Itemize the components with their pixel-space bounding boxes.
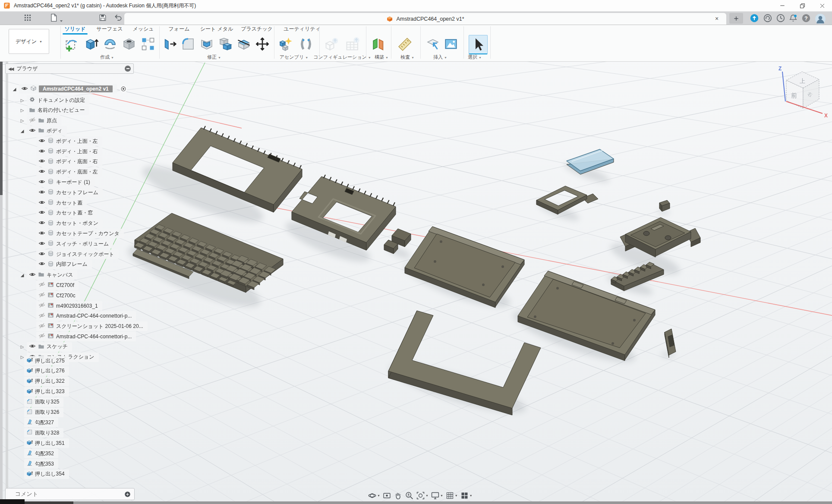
create-sketch-button[interactable] — [63, 35, 81, 53]
fillet-button[interactable] — [179, 35, 197, 53]
visibility-eye-icon[interactable] — [38, 240, 45, 248]
visibility-eye-icon[interactable] — [38, 209, 45, 217]
ribbon-tab-6[interactable]: ユーティリティ — [281, 25, 323, 33]
tree-item-label[interactable]: m49029316603_1 — [56, 303, 98, 309]
feature-row[interactable]: 押し出し323 — [24, 387, 69, 396]
feature-label[interactable]: 面取り325 — [35, 398, 59, 406]
browser-row[interactable]: ジョイスティックポート — [36, 250, 119, 258]
feature-row[interactable]: 押し出し322 — [24, 377, 69, 386]
feature-row[interactable]: 勾配327 — [24, 418, 58, 427]
feature-row[interactable]: 勾配352 — [24, 449, 58, 458]
tree-item-label[interactable]: ボディ・底面・右 — [56, 158, 98, 165]
measure-button[interactable] — [396, 35, 414, 53]
feature-row[interactable]: 面取り325 — [24, 398, 63, 406]
viewport-3d[interactable]: 上 前 右 Z X — [0, 0, 832, 504]
visibility-eye-icon[interactable] — [29, 117, 36, 125]
browser-row[interactable]: m49029316603_1 — [36, 302, 102, 310]
browser-row[interactable]: カセット・ボタン — [36, 219, 103, 228]
visibility-eye-icon[interactable] — [38, 168, 45, 176]
tree-item-label[interactable]: カセット蓋・窓 — [56, 209, 93, 217]
timeline-scrollbar-thumb[interactable] — [0, 499, 25, 504]
visibility-eye-icon[interactable] — [38, 148, 45, 156]
visibility-eye-icon[interactable] — [38, 291, 45, 299]
notifications-icon[interactable] — [788, 13, 798, 23]
browser-row[interactable]: スイッチ・ボリューム — [36, 239, 113, 248]
visibility-eye-icon[interactable] — [38, 230, 45, 238]
tree-item-label[interactable]: Cf2700f — [56, 282, 74, 288]
expand-triangle-icon[interactable]: ▷ — [19, 344, 25, 349]
visibility-eye-icon[interactable] — [38, 312, 45, 320]
feature-row[interactable]: 勾配353 — [24, 460, 58, 468]
viewcube-face-top[interactable]: 上 — [800, 78, 805, 84]
feature-label[interactable]: 面取り328 — [35, 429, 59, 437]
feature-row[interactable]: 押し出し275 — [24, 356, 69, 365]
visibility-eye-icon[interactable] — [21, 85, 28, 93]
ribbon-tab-3[interactable]: フォーム — [158, 25, 200, 33]
feature-label[interactable]: 押し出し275 — [35, 357, 65, 365]
tree-item-label[interactable]: ボディ — [47, 127, 63, 135]
add-comment-icon[interactable] — [124, 491, 131, 498]
insert-derive-button[interactable] — [424, 35, 442, 53]
tree-item-label[interactable]: Amstrad-CPC-464-connettori-p... — [56, 334, 132, 340]
feature-label[interactable]: 面取り326 — [35, 409, 59, 416]
ribbon-group-7[interactable]: 選択 ▼ — [444, 54, 505, 60]
help-icon[interactable]: ? — [801, 13, 811, 23]
launch-icon[interactable] — [763, 13, 772, 23]
zoom-tool[interactable] — [405, 491, 414, 500]
configuration-button[interactable] — [323, 35, 341, 53]
browser-row[interactable]: ボディ・底面・左 — [36, 168, 102, 176]
display-settings-tool[interactable]: ▼ — [431, 491, 443, 500]
tree-item-label[interactable]: キーボード (1) — [56, 179, 90, 186]
job-status-icon[interactable] — [776, 13, 785, 23]
ribbon-tab-4[interactable]: シート メタル — [196, 25, 237, 33]
tree-item-label[interactable]: カセットフレーム — [56, 189, 98, 196]
visibility-eye-icon[interactable] — [38, 189, 45, 197]
split-button[interactable] — [235, 35, 253, 53]
feature-label[interactable]: 押し出し351 — [35, 440, 65, 447]
file-new-dropdown-icon[interactable] — [60, 17, 63, 20]
new-tab-button[interactable] — [729, 13, 743, 24]
feature-row[interactable]: 押し出し276 — [24, 367, 69, 375]
document-tab[interactable]: AmstradCPC464_open2 v1* × — [124, 13, 726, 25]
visibility-eye-icon[interactable] — [38, 260, 45, 268]
feature-row[interactable]: 面取り326 — [24, 408, 63, 417]
visibility-eye-icon[interactable] — [38, 332, 45, 340]
browser-row[interactable]: ▷ドキュメントの設定 — [19, 96, 89, 104]
browser-row[interactable]: ◢ボディ — [19, 126, 67, 135]
hole-button[interactable] — [120, 35, 138, 53]
visibility-eye-icon[interactable] — [38, 302, 45, 310]
restore-button[interactable] — [792, 0, 812, 11]
workspace-selector[interactable]: デザイン ▼ — [9, 29, 49, 54]
tree-item-label[interactable]: スイッチ・ボリューム — [56, 240, 109, 248]
browser-minimize-icon[interactable] — [125, 66, 131, 72]
visibility-eye-icon[interactable] — [38, 250, 45, 258]
tree-item-label[interactable]: カセット・ボタン — [56, 220, 98, 227]
browser-row[interactable]: ▷原点 — [19, 117, 61, 125]
tree-item-label[interactable]: ボディ・底面・左 — [56, 168, 98, 176]
grid-settings-tool[interactable]: ▼ — [445, 491, 458, 500]
browser-row[interactable]: Amstrad-CPC-464-connettori-p... — [36, 332, 136, 341]
fit-tool[interactable]: ▼ — [416, 491, 429, 500]
tree-item-label[interactable]: 内部フレーム — [56, 261, 88, 268]
feature-label[interactable]: 押し出し354 — [35, 470, 65, 478]
visibility-eye-icon[interactable] — [38, 219, 45, 227]
pattern-button[interactable] — [139, 35, 157, 53]
tree-item-label[interactable]: カセット蓋 — [56, 199, 82, 207]
browser-header[interactable]: ◀◀ ブラウザ — [5, 63, 134, 74]
browser-row[interactable]: キーボード (1) — [36, 178, 95, 186]
save-button[interactable] — [98, 13, 107, 22]
visibility-eye-icon[interactable] — [38, 322, 45, 331]
timeline-scrollbar-segment[interactable] — [25, 501, 73, 504]
combine-button[interactable] — [216, 35, 234, 53]
press-pull-button[interactable] — [161, 35, 179, 53]
feature-label[interactable]: 勾配327 — [35, 419, 54, 426]
feature-label[interactable]: 勾配353 — [35, 460, 54, 468]
collapse-chevrons-icon[interactable]: ◀◀ — [8, 66, 13, 71]
feature-row[interactable]: 押し出し351 — [24, 439, 69, 447]
browser-row[interactable]: カセット蓋 — [36, 198, 87, 207]
joint-button[interactable] — [297, 35, 315, 53]
viewports-tool[interactable]: ▼ — [460, 491, 473, 500]
visibility-eye-icon[interactable] — [38, 281, 45, 289]
file-new-button[interactable] — [49, 13, 58, 22]
browser-row[interactable]: ▷スケッチ — [19, 343, 72, 351]
